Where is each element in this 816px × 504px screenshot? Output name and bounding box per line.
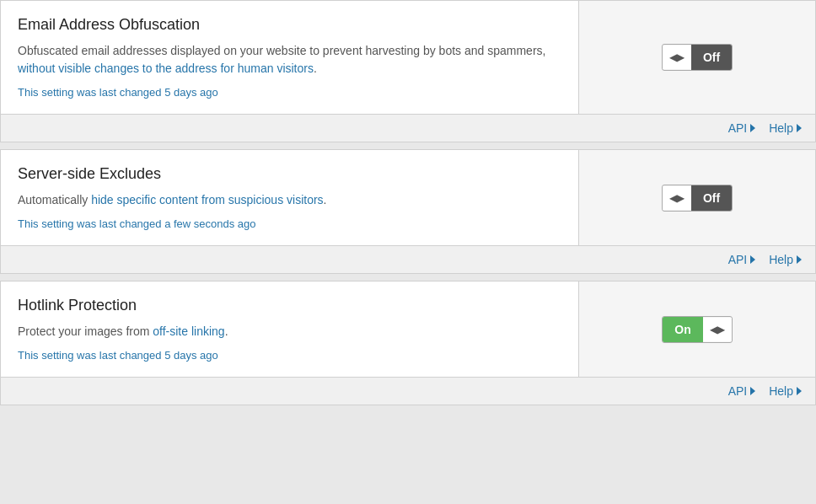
section-control-server-side-excludes: ◀▶Off xyxy=(579,150,815,245)
section-content-email-obfuscation: Email Address ObfuscationObfuscated emai… xyxy=(1,1,579,114)
section-desc-email-obfuscation: Obfuscated email addresses displayed on … xyxy=(18,42,561,78)
toggle-off-button-server-side-excludes[interactable]: Off xyxy=(691,185,732,211)
api-arrow-icon xyxy=(750,124,755,132)
section-hotlink-protection: Hotlink ProtectionProtect your images fr… xyxy=(0,281,816,405)
api-link-server-side-excludes[interactable]: API xyxy=(728,253,756,266)
section-content-server-side-excludes: Server-side ExcludesAutomatically hide s… xyxy=(1,150,579,245)
footer-row-hotlink-protection: API Help xyxy=(0,378,816,405)
help-arrow-icon xyxy=(797,255,802,264)
section-content-hotlink-protection: Hotlink ProtectionProtect your images fr… xyxy=(1,281,579,377)
api-arrow-icon xyxy=(750,387,755,395)
section-title-hotlink-protection: Hotlink Protection xyxy=(18,297,561,314)
help-link-server-side-excludes[interactable]: Help xyxy=(769,253,802,266)
api-link-hotlink-protection[interactable]: API xyxy=(728,384,756,398)
section-control-hotlink-protection: On◀▶ xyxy=(579,281,815,377)
section-control-email-obfuscation: ◀▶Off xyxy=(579,1,815,114)
footer-row-email-obfuscation: API Help xyxy=(0,115,816,142)
section-row-hotlink-protection: Hotlink ProtectionProtect your images fr… xyxy=(0,281,816,378)
toggle-arrows-button-server-side-excludes[interactable]: ◀▶ xyxy=(663,186,691,210)
section-desc-server-side-excludes: Automatically hide specific content from… xyxy=(18,191,561,209)
section-changed-hotlink-protection: This setting was last changed 5 days ago xyxy=(18,349,561,362)
toggle-group-server-side-excludes: ◀▶Off xyxy=(662,185,733,212)
toggle-group-hotlink-protection: On◀▶ xyxy=(662,316,732,343)
section-changed-server-side-excludes: This setting was last changed a few seco… xyxy=(18,217,561,230)
section-title-server-side-excludes: Server-side Excludes xyxy=(18,165,561,183)
footer-row-server-side-excludes: API Help xyxy=(0,246,816,274)
api-link-email-obfuscation[interactable]: API xyxy=(728,121,756,135)
section-row-server-side-excludes: Server-side ExcludesAutomatically hide s… xyxy=(0,149,816,246)
section-row-email-obfuscation: Email Address ObfuscationObfuscated emai… xyxy=(0,0,816,115)
section-desc-hotlink-protection: Protect your images from off-site linkin… xyxy=(18,323,561,340)
toggle-on-button-hotlink-protection[interactable]: On xyxy=(663,317,702,342)
section-title-email-obfuscation: Email Address Obfuscation xyxy=(18,16,561,34)
toggle-group-email-obfuscation: ◀▶Off xyxy=(662,44,733,71)
section-email-obfuscation: Email Address ObfuscationObfuscated emai… xyxy=(0,0,816,142)
api-arrow-icon xyxy=(750,255,755,264)
help-link-email-obfuscation[interactable]: Help xyxy=(769,121,802,135)
help-arrow-icon xyxy=(797,124,802,132)
help-arrow-icon xyxy=(797,387,802,395)
toggle-arrows-button-email-obfuscation[interactable]: ◀▶ xyxy=(663,46,691,69)
help-link-hotlink-protection[interactable]: Help xyxy=(769,384,802,398)
toggle-arrows-button-hotlink-protection[interactable]: ◀▶ xyxy=(703,318,732,341)
section-changed-email-obfuscation: This setting was last changed 5 days ago xyxy=(18,86,561,99)
toggle-off-button-email-obfuscation[interactable]: Off xyxy=(691,45,732,70)
section-server-side-excludes: Server-side ExcludesAutomatically hide s… xyxy=(0,149,816,274)
